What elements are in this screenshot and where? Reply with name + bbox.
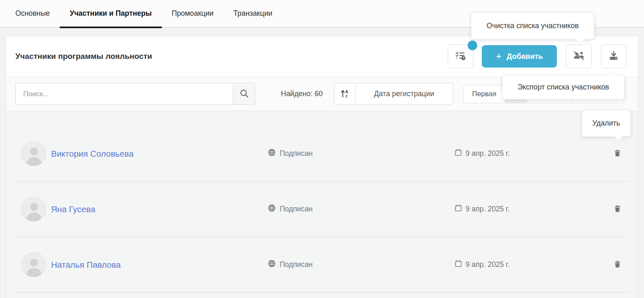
download-icon bbox=[608, 50, 620, 63]
person-silhouette-icon bbox=[22, 253, 46, 277]
calendar-icon bbox=[454, 259, 462, 270]
export-members-button[interactable] bbox=[601, 44, 627, 68]
svg-text:z: z bbox=[346, 93, 348, 98]
delete-member-button[interactable] bbox=[612, 204, 623, 215]
checklist-clock-icon bbox=[455, 51, 466, 63]
panel-header: Участники программы лояльности bbox=[6, 36, 638, 77]
found-count: Найдено: 60 bbox=[281, 90, 323, 98]
calendar-icon bbox=[454, 148, 462, 159]
member-date-label: 9 апр. 2025 г. bbox=[466, 205, 510, 213]
users-slash-icon bbox=[572, 50, 585, 63]
add-member-label: Добавить bbox=[507, 52, 543, 61]
member-row: Яна Гусева Подписан bbox=[15, 182, 629, 237]
plus-icon: + bbox=[496, 51, 502, 61]
sort-field-select[interactable]: Дата регистрации bbox=[356, 83, 453, 104]
globe-icon bbox=[268, 148, 276, 159]
tooltip-export-members: Экспорт списка участников bbox=[502, 75, 624, 99]
search-group bbox=[15, 83, 255, 105]
search-button[interactable] bbox=[233, 83, 255, 105]
member-date-label: 9 апр. 2025 г. bbox=[466, 149, 510, 158]
member-name-link[interactable]: Наталья Павлова bbox=[51, 260, 268, 270]
member-row: Наталья Павлова Подписан bbox=[15, 237, 629, 293]
tab-promoakcii[interactable]: Промоакции bbox=[162, 0, 224, 27]
header-actions: + Добавить bbox=[448, 44, 627, 68]
tab-uchastniki-i-partnery[interactable]: Участники и Партнеры bbox=[60, 0, 162, 27]
member-status: Подписан bbox=[268, 259, 454, 270]
member-status-label: Подписан bbox=[280, 260, 313, 269]
tooltip-export-members-label: Экспорт списка участников bbox=[517, 83, 609, 92]
panel-title: Участники программы лояльности bbox=[15, 52, 152, 61]
members-list: Виктория Соловьева Подписан bbox=[6, 111, 638, 298]
delete-member-button[interactable] bbox=[612, 148, 623, 159]
member-registration-date: 9 апр. 2025 г. bbox=[454, 148, 612, 159]
sort-direction-button[interactable]: A z bbox=[334, 83, 356, 104]
trash-icon bbox=[613, 204, 622, 214]
member-status: Подписан bbox=[268, 148, 454, 159]
member-registration-date: 9 апр. 2025 г. bbox=[454, 259, 612, 270]
member-name-link[interactable]: Яна Гусева bbox=[51, 204, 268, 214]
tooltip-delete: Удалить bbox=[582, 110, 631, 137]
person-silhouette-icon bbox=[22, 142, 46, 166]
notification-badge-dot bbox=[468, 41, 477, 50]
avatar bbox=[21, 252, 46, 277]
calendar-icon bbox=[454, 204, 462, 214]
sort-az-icon: A z bbox=[340, 89, 349, 99]
tooltip-clear-members: Очистка списка участников bbox=[471, 12, 594, 39]
search-input[interactable] bbox=[15, 83, 233, 105]
tooltip-clear-members-label: Очистка списка участников bbox=[487, 22, 579, 30]
tab-tranzakcii[interactable]: Транзакции bbox=[224, 0, 283, 27]
member-status-label: Подписан bbox=[280, 205, 313, 213]
tooltip-delete-label: Удалить bbox=[593, 119, 620, 128]
sort-control: A z Дата регистрации bbox=[334, 83, 453, 105]
import-history-button[interactable] bbox=[448, 44, 473, 68]
clear-members-button[interactable] bbox=[566, 44, 592, 68]
search-icon bbox=[239, 88, 249, 100]
globe-icon bbox=[268, 204, 276, 214]
avatar bbox=[21, 141, 46, 166]
trash-icon bbox=[613, 260, 622, 270]
add-member-button[interactable]: + Добавить bbox=[482, 45, 557, 68]
pagination-first-button[interactable]: Первая bbox=[463, 85, 505, 103]
tab-osnovnye[interactable]: Основные bbox=[5, 0, 60, 27]
globe-icon bbox=[268, 259, 276, 270]
avatar bbox=[21, 197, 46, 222]
member-status: Подписан bbox=[268, 204, 454, 214]
member-row: Виктория Соловьева Подписан bbox=[15, 126, 629, 182]
delete-member-button[interactable] bbox=[612, 259, 623, 270]
person-silhouette-icon bbox=[22, 197, 46, 222]
member-date-label: 9 апр. 2025 г. bbox=[466, 260, 510, 269]
member-status-label: Подписан bbox=[280, 149, 313, 158]
member-registration-date: 9 апр. 2025 г. bbox=[454, 204, 612, 214]
member-name-link[interactable]: Виктория Соловьева bbox=[51, 149, 268, 159]
trash-icon bbox=[613, 149, 622, 159]
